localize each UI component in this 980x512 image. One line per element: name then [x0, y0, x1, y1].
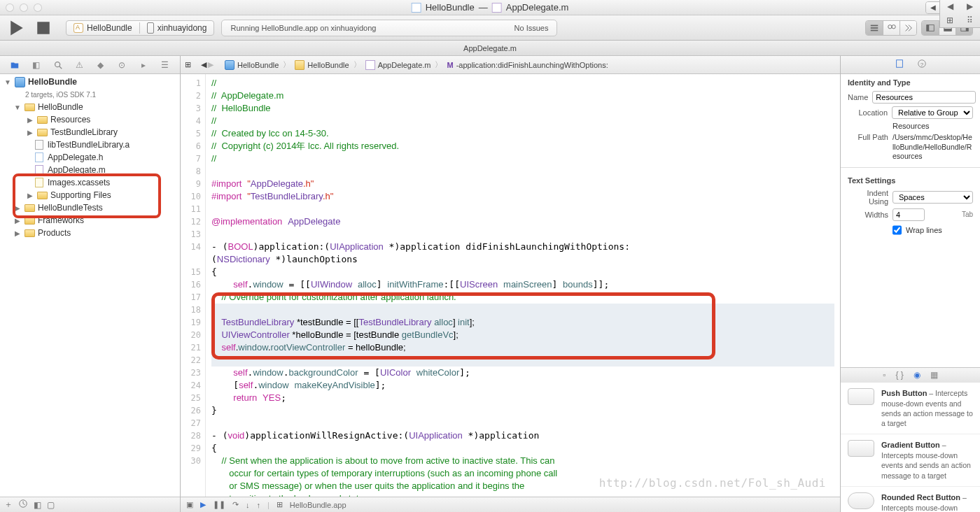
step-over-icon[interactable]: ↷ — [232, 500, 239, 509]
scheme-selector[interactable]: HelloBundle xinhuayidong — [66, 20, 214, 36]
jumpbar[interactable]: ⊞ ◀ ▶ HelloBundle 〉 HelloBundle 〉 AppDel… — [181, 56, 840, 74]
library-list[interactable]: Push Button – Intercepts mouse-down even… — [841, 383, 980, 512]
quick-help-icon[interactable]: ? — [917, 59, 927, 71]
svg-rect-15 — [896, 60, 902, 68]
minimize-window-button[interactable] — [20, 3, 28, 12]
palette-dots-icon[interactable]: ⠿ — [960, 14, 979, 27]
stop-button[interactable] — [34, 21, 53, 35]
jumpbar-back-icon[interactable]: ◀ — [201, 60, 206, 69]
standard-editor-icon[interactable] — [866, 21, 883, 35]
breakpoint-navigator-icon[interactable]: ▸ — [137, 59, 150, 71]
library-tabs: ▫ { } ◉ ▦ — [841, 367, 980, 383]
jumpbar-symbol[interactable]: -application:didFinishLaunchingWithOptio… — [456, 61, 608, 69]
palette-grid-icon[interactable]: ⊞ — [940, 14, 960, 27]
gradient-button-thumb — [848, 440, 874, 457]
library-item[interactable]: Gradient Button – Intercepts mouse-down … — [841, 434, 980, 486]
folder-icon — [37, 129, 48, 136]
tree-row[interactable]: AppDelegate.m — [0, 164, 180, 176]
media-library-icon[interactable]: ▦ — [930, 370, 938, 380]
svg-point-4 — [888, 24, 891, 28]
find-navigator-icon[interactable] — [52, 59, 64, 71]
tree-row[interactable]: libTestBundleLibrary.a — [0, 138, 180, 151]
device-icon — [147, 22, 154, 34]
toggle-debug-area-icon[interactable]: ▣ — [186, 500, 193, 509]
push-button-thumb — [848, 388, 874, 405]
toggle-navigator-icon[interactable] — [922, 21, 939, 35]
project-navigator-icon[interactable] — [8, 59, 21, 71]
fullpath-value: /Users/mmc/Desktop/HelloBundle/HelloBund… — [892, 133, 973, 162]
folder-icon — [37, 116, 48, 124]
debug-hierarchy-icon[interactable]: ⊞ — [276, 500, 283, 509]
editor-mode-seg[interactable] — [865, 20, 917, 36]
tree-row[interactable]: Images.xcassets — [0, 176, 180, 189]
svg-rect-0 — [37, 22, 50, 34]
version-editor-icon[interactable] — [899, 21, 916, 35]
section-text: Text Settings — [841, 172, 980, 187]
xcassets-icon — [35, 178, 43, 187]
debug-bar: ▣ ▶ ❚❚ ↷ ↓ ↑ | ⊞ HelloBundle.app — [181, 497, 840, 512]
tree-row[interactable]: ▶Products — [0, 227, 180, 239]
debug-navigator-icon[interactable]: ⊙ — [115, 59, 128, 71]
tree-row[interactable]: ▶Supporting Files — [0, 189, 180, 201]
code-snippet-icon[interactable]: { } — [895, 370, 903, 380]
tree-row[interactable]: ▶Frameworks — [0, 214, 180, 227]
file-inspector-icon[interactable] — [895, 59, 904, 71]
detached-palette: ◀ ▶ ⊞ ⠿ — [939, 0, 980, 28]
rounded-button-thumb — [848, 492, 874, 509]
jumpbar-project[interactable]: HelloBundle — [237, 61, 279, 69]
svg-text:?: ? — [920, 62, 923, 68]
filter-recent-icon[interactable] — [18, 499, 28, 511]
issue-navigator-icon[interactable]: ⚠ — [73, 59, 85, 71]
watermark: http://blog.csdn.net/Fol_sh_Audi — [599, 476, 826, 490]
palette-back-icon[interactable]: ◀ — [940, 0, 960, 13]
activity-view[interactable]: Running HelloBundle.app on xinhuayidong … — [221, 20, 557, 36]
log-navigator-icon[interactable]: ☰ — [159, 59, 172, 71]
symbol-navigator-icon[interactable]: ◧ — [30, 59, 43, 71]
folder-icon — [295, 60, 304, 70]
test-navigator-icon[interactable]: ◆ — [94, 59, 107, 71]
library-item[interactable]: Rounded Rect Button – Intercepts mouse-d… — [841, 487, 980, 512]
project-subtitle: 2 targets, iOS SDK 7.1 — [0, 88, 180, 101]
tree-row[interactable]: AppDelegate.h — [0, 151, 180, 164]
svg-point-5 — [892, 24, 895, 28]
wrap-lines-checkbox[interactable] — [892, 224, 902, 236]
jumpbar-group[interactable]: HelloBundle — [307, 61, 349, 69]
filter-box-icon[interactable]: ▢ — [47, 500, 55, 510]
header-icon — [35, 152, 43, 162]
step-out-icon[interactable]: ↑ — [257, 501, 261, 509]
jumpbar-forward-icon[interactable]: ▶ — [208, 60, 214, 69]
tree-row[interactable]: ▶HelloBundleTests — [0, 201, 180, 214]
assistant-editor-icon[interactable] — [883, 21, 899, 35]
zoom-window-button[interactable] — [34, 3, 42, 12]
tab-appdelegate[interactable]: AppDelegate.m — [463, 44, 517, 52]
project-node[interactable]: ▼ HelloBundle — [0, 76, 180, 88]
filter-scm-icon[interactable]: ◧ — [34, 500, 41, 510]
widths-field[interactable] — [892, 208, 925, 221]
tabstrip: AppDelegate.m — [0, 41, 980, 56]
inspector: ? Identity and Type Name LocationRelativ… — [840, 56, 980, 512]
svg-rect-7 — [927, 24, 930, 31]
name-field[interactable] — [872, 91, 976, 104]
object-library-icon[interactable]: ◉ — [913, 370, 920, 380]
pause-icon[interactable]: ❚❚ — [213, 500, 225, 509]
debug-target[interactable]: HelloBundle.app — [290, 501, 346, 509]
code-area[interactable]: // // AppDelegate.m // HelloBundle // //… — [206, 74, 840, 497]
file-template-icon[interactable]: ▫ — [883, 370, 886, 380]
editor-body[interactable]: 1234567891011121314151617181920212223242… — [181, 74, 840, 497]
step-in-icon[interactable]: ↓ — [246, 501, 250, 509]
library-item[interactable]: Push Button – Intercepts mouse-down even… — [841, 383, 980, 434]
tree-row[interactable]: ▼HelloBundle — [0, 101, 180, 113]
close-window-button[interactable] — [6, 3, 14, 12]
location-select[interactable]: Relative to Group — [892, 106, 973, 119]
indent-select[interactable]: Spaces — [892, 191, 973, 204]
tree-row[interactable]: ▶TestBundleLibrary — [0, 126, 180, 138]
run-button[interactable] — [7, 21, 27, 35]
related-items-icon[interactable]: ⊞ — [185, 60, 191, 69]
jumpbar-file[interactable]: AppDelegate.m — [378, 61, 431, 69]
tree-row[interactable]: ▶Resources — [0, 113, 180, 126]
breakpoints-toggle-icon[interactable]: ▶ — [200, 500, 206, 509]
toolbar: HelloBundle xinhuayidong Running HelloBu… — [0, 15, 980, 41]
tab-label: Tab — [962, 211, 973, 218]
palette-fwd-icon[interactable]: ▶ — [960, 0, 979, 13]
add-button[interactable]: ＋ — [4, 499, 13, 511]
